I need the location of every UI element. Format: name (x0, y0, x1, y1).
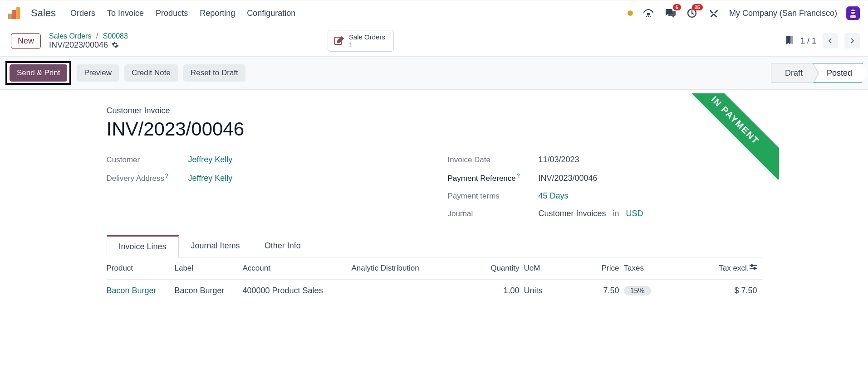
cell-product[interactable]: Bacon Burger (107, 286, 157, 295)
user-avatar[interactable] (846, 6, 860, 20)
activities-icon[interactable]: 25 (686, 7, 698, 19)
journal-currency[interactable]: USD (626, 209, 643, 218)
th-tax-excl-text: Tax excl. (719, 264, 749, 272)
th-product[interactable]: Product (107, 257, 175, 280)
field-payment-terms: Payment terms 45 Days (448, 187, 762, 205)
menu-configuration[interactable]: Configuration (247, 9, 295, 18)
app-title[interactable]: Sales (31, 7, 56, 19)
payment-ref-label: Payment Reference? (448, 173, 539, 183)
pager-prev-button[interactable] (823, 33, 838, 48)
delivery-label: Delivery Address? (107, 173, 188, 183)
th-taxes[interactable]: Taxes (624, 257, 669, 280)
pager-next-button[interactable] (844, 33, 860, 48)
svg-point-13 (754, 267, 755, 269)
invoice-date-value[interactable]: 11/03/2023 (539, 155, 579, 165)
reset-to-draft-button[interactable]: Reset to Draft (183, 64, 245, 82)
gear-icon[interactable] (112, 41, 119, 48)
breadcrumb-root[interactable]: Sales Orders (49, 32, 91, 40)
menu-reporting[interactable]: Reporting (200, 9, 235, 18)
invoice-lines-table: Product Label Account Analytic Distribut… (107, 257, 762, 302)
field-payment-reference: Payment Reference? INV/2023/00046 (448, 169, 762, 187)
svg-rect-0 (647, 13, 650, 15)
payment-ref-label-text: Payment Reference (448, 174, 516, 183)
th-tax-excl[interactable]: Tax excl. (669, 257, 762, 280)
credit-note-button[interactable]: Credit Note (124, 64, 178, 82)
customer-value[interactable]: Jeffrey Kelly (188, 155, 233, 165)
cell-price[interactable]: 7.50 (579, 279, 624, 302)
th-label[interactable]: Label (175, 257, 243, 280)
activities-badge: 25 (692, 4, 703, 10)
company-selector[interactable]: My Company (San Francisco) (729, 9, 837, 18)
send-print-button[interactable]: Send & Print (10, 64, 67, 82)
smart-button-title: Sale Orders (349, 33, 385, 41)
smart-buttons: Sale Orders 1 (328, 30, 394, 52)
th-uom[interactable]: UoM (524, 257, 579, 280)
table-header-row: Product Label Account Analytic Distribut… (107, 257, 762, 280)
field-delivery-address: Delivery Address? Jeffrey Kelly (107, 169, 421, 187)
breadcrumb-parent[interactable]: S00083 (103, 32, 128, 40)
help-icon[interactable]: ? (517, 173, 520, 179)
svg-rect-7 (850, 15, 856, 18)
customer-label: Customer (107, 155, 188, 165)
cell-tax-excl[interactable]: $ 7.50 (669, 279, 762, 302)
tools-icon[interactable] (707, 7, 720, 19)
fields-grid: Customer Jeffrey Kelly Delivery Address?… (107, 151, 762, 223)
th-quantity[interactable]: Quantity (470, 257, 524, 280)
bookmark-icon[interactable] (785, 35, 794, 46)
pager-bar: 1 / 1 (785, 33, 860, 48)
journal-value: Customer Invoices in USD (539, 209, 643, 218)
columns-adjust-icon[interactable] (749, 264, 757, 270)
status-draft[interactable]: Draft (771, 63, 813, 83)
invoice-date-label: Invoice Date (448, 155, 539, 165)
tab-invoice-lines[interactable]: Invoice Lines (107, 235, 179, 257)
th-account[interactable]: Account (243, 257, 352, 280)
cell-taxes[interactable]: 15% (624, 279, 669, 302)
delivery-value[interactable]: Jeffrey Kelly (188, 174, 233, 183)
tab-journal-items[interactable]: Journal Items (179, 235, 252, 257)
status-dot-icon (628, 10, 633, 16)
breadcrumb-sep: / (96, 32, 98, 40)
table-row[interactable]: Bacon Burger Bacon Burger 400000 Product… (107, 279, 762, 302)
tab-other-info[interactable]: Other Info (252, 235, 313, 257)
phone-icon[interactable] (642, 7, 655, 19)
payment-ref-value[interactable]: INV/2023/00046 (539, 174, 598, 183)
th-price[interactable]: Price (579, 257, 624, 280)
svg-point-11 (751, 265, 753, 266)
field-invoice-date: Invoice Date 11/03/2023 (448, 151, 762, 169)
messages-icon[interactable]: 6 (664, 7, 677, 19)
menu-to-invoice[interactable]: To Invoice (107, 9, 144, 18)
delivery-label-text: Delivery Address (107, 174, 165, 183)
payment-terms-value[interactable]: 45 Days (539, 191, 569, 201)
sheet-title: INV/2023/00046 (107, 118, 762, 140)
edit-note-icon (333, 36, 344, 46)
menu-orders[interactable]: Orders (70, 9, 95, 18)
svg-rect-8 (851, 11, 855, 12)
journal-label: Journal (448, 209, 539, 218)
app-logo-icon (8, 7, 20, 19)
preview-button[interactable]: Preview (77, 64, 118, 82)
field-customer: Customer Jeffrey Kelly (107, 151, 421, 169)
tax-pill: 15% (624, 286, 651, 295)
fields-left: Customer Jeffrey Kelly Delivery Address?… (107, 151, 421, 223)
journal-in-label: in (613, 209, 619, 218)
sale-orders-smart-button[interactable]: Sale Orders 1 (328, 30, 394, 52)
cell-quantity[interactable]: 1.00 (470, 279, 524, 302)
breadcrumb-current-label: INV/2023/00046 (49, 40, 108, 50)
breadcrumb: Sales Orders / S00083 (49, 32, 128, 40)
field-journal: Journal Customer Invoices in USD (448, 205, 762, 223)
cell-account[interactable]: 400000 Product Sales (243, 279, 352, 302)
new-button[interactable]: New (11, 33, 41, 49)
pager-text: 1 / 1 (800, 36, 816, 46)
journal-name[interactable]: Customer Invoices (539, 209, 606, 218)
th-analytic[interactable]: Analytic Distribution (352, 257, 470, 280)
menu-products[interactable]: Products (156, 9, 188, 18)
smart-button-count: 1 (349, 41, 385, 48)
status-steps: Draft Posted (771, 63, 863, 83)
status-posted[interactable]: Posted (813, 63, 863, 83)
fields-right: Invoice Date 11/03/2023 Payment Referenc… (448, 151, 762, 223)
form-sheet: IN PAYMENT Customer Invoice INV/2023/000… (89, 93, 779, 302)
cell-analytic[interactable] (352, 279, 470, 302)
help-icon[interactable]: ? (165, 173, 168, 179)
cell-uom[interactable]: Units (524, 279, 579, 302)
cell-label[interactable]: Bacon Burger (175, 279, 243, 302)
